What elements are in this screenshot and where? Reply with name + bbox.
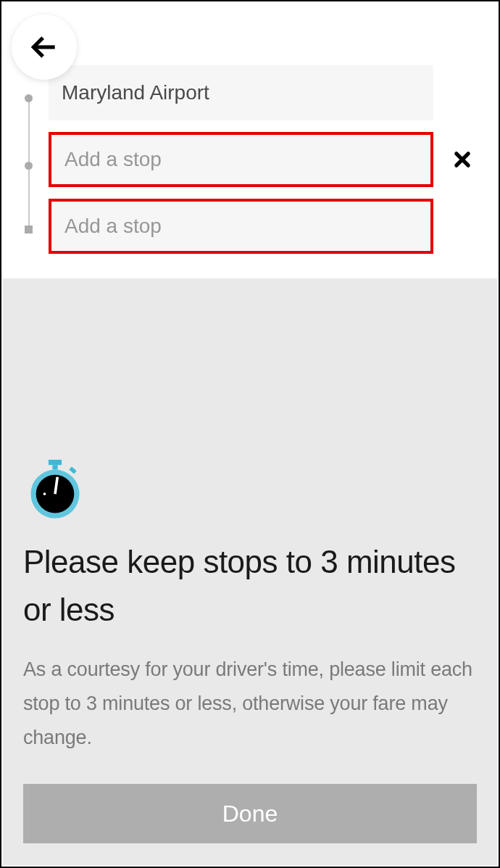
back-arrow-icon — [28, 31, 60, 63]
svg-point-6 — [43, 492, 46, 495]
timeline-dot-icon — [25, 94, 33, 102]
origin-row — [49, 65, 484, 120]
svg-rect-0 — [49, 460, 62, 465]
timeline-connector — [28, 102, 30, 162]
add-stop-input-2[interactable] — [49, 199, 433, 254]
stop-row-2 — [49, 199, 484, 254]
close-icon — [452, 149, 472, 170]
svg-rect-2 — [69, 466, 76, 474]
back-button[interactable] — [12, 15, 77, 80]
timeline-destination-icon — [25, 226, 33, 233]
timeline-dot-icon — [25, 162, 33, 170]
add-stop-input-1[interactable] — [49, 132, 433, 187]
stops-entry-section — [1, 1, 499, 276]
stops-container — [9, 65, 491, 254]
timeline-connector — [28, 170, 30, 226]
stop-row-1 — [49, 132, 484, 187]
info-body: As a courtesy for your driver's time, pl… — [23, 653, 477, 756]
remove-stop-button[interactable] — [441, 138, 484, 181]
origin-input[interactable] — [49, 65, 433, 120]
info-title: Please keep stops to 3 minutes or less — [23, 538, 477, 634]
stopwatch-icon — [26, 460, 84, 519]
info-panel: Please keep stops to 3 minutes or less A… — [3, 278, 497, 865]
svg-rect-1 — [52, 465, 57, 469]
stops-timeline — [9, 65, 49, 233]
stops-fields — [49, 65, 491, 254]
svg-point-4 — [36, 475, 75, 513]
done-button[interactable]: Done — [23, 784, 477, 843]
